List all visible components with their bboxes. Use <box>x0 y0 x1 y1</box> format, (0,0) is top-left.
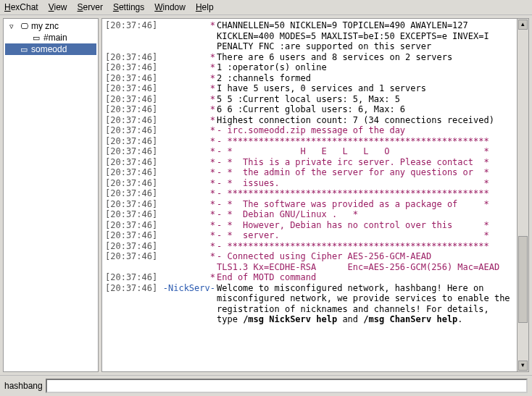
msg-text: I have 5 users, 0 services and 1 servers <box>217 83 514 94</box>
nick-label[interactable]: hashbang <box>4 381 43 391</box>
chat-line: [20:37:46]*End of MOTD command <box>105 272 514 283</box>
msg-marker: * <box>159 220 217 231</box>
msg-text: Welcome to misconfigured network, hashba… <box>217 283 514 325</box>
chat-line: [20:37:46]*- * The software was provided… <box>105 199 514 210</box>
input-bar: hashbang <box>0 375 532 395</box>
chat-line: [20:37:46]*- ***************************… <box>105 188 514 199</box>
msg-marker: * <box>159 241 217 252</box>
timestamp: [20:37:46] <box>105 188 159 199</box>
msg-marker: * <box>159 20 217 52</box>
chat-line: [20:37:46]*- * server. * <box>105 230 514 241</box>
chat-line: [20:37:46]*1 :operator(s) online <box>105 62 514 73</box>
chat-line: [20:37:46]*- * issues. * <box>105 178 514 189</box>
scroll-up-button[interactable]: ▴ <box>518 20 528 30</box>
msg-marker: * <box>159 83 217 94</box>
server-tree[interactable]: ▿ 🖵 my znc ▭ #main ▭ someodd <box>3 18 99 372</box>
msg-text: Highest connection count: 7 (34 connecti… <box>217 115 514 126</box>
timestamp: [20:37:46] <box>105 220 159 231</box>
menu-window[interactable]: Window <box>154 2 186 12</box>
scroll-down-button[interactable]: ▾ <box>518 361 528 371</box>
msg-marker: * <box>159 146 217 157</box>
chat-line: [20:37:46]*Highest connection count: 7 (… <box>105 115 514 126</box>
message-input[interactable] <box>46 379 528 393</box>
tree-channel[interactable]: ▭ #main <box>5 32 96 43</box>
chat-wrap: [20:37:46]*CHANNELLEN=50 NICKLEN=9 TOPIC… <box>101 18 529 372</box>
msg-text: - * H E L L O * <box>217 146 514 157</box>
chat-buffer[interactable]: [20:37:46]*CHANNELLEN=50 NICKLEN=9 TOPIC… <box>101 18 518 372</box>
msg-text: 2 :channels formed <box>217 73 514 84</box>
msg-marker: * <box>159 157 217 168</box>
chat-line: [20:37:46]*I have 5 users, 0 services an… <box>105 83 514 94</box>
vertical-scrollbar[interactable]: ▴ ▾ <box>518 18 529 372</box>
tree-query-selected[interactable]: ▭ someodd <box>5 43 96 55</box>
timestamp: [20:37:46] <box>105 125 159 136</box>
timestamp: [20:37:46] <box>105 73 159 84</box>
msg-text: End of MOTD command <box>217 272 514 283</box>
msg-text: CHANNELLEN=50 NICKLEN=9 TOPICLEN=490 AWA… <box>217 20 514 52</box>
timestamp: [20:37:46] <box>105 167 159 178</box>
msg-text: - * server. * <box>217 230 514 241</box>
msg-marker: * <box>159 251 217 272</box>
chat-line: [20:37:46]*2 :channels formed <box>105 73 514 84</box>
menu-help[interactable]: Help <box>196 2 214 12</box>
timestamp: [20:37:46] <box>105 94 159 105</box>
scroll-thumb[interactable] <box>518 236 528 323</box>
msg-marker: * <box>159 230 217 241</box>
timestamp: [20:37:46] <box>105 62 159 73</box>
timestamp: [20:37:46] <box>105 178 159 189</box>
msg-text: - irc.someodd.zip message of the day <box>217 125 514 136</box>
msg-text: - * the admin of the server for any ques… <box>217 167 514 178</box>
collapse-icon: ▿ <box>7 22 17 31</box>
timestamp: [20:37:46] <box>105 52 159 63</box>
msg-text: - * However, Debian has no control over … <box>217 220 514 231</box>
msg-marker: * <box>159 125 217 136</box>
timestamp: [20:37:46] <box>105 83 159 94</box>
chat-line: [20:37:46]*- Connected using Cipher AES-… <box>105 251 514 272</box>
tree-server[interactable]: ▿ 🖵 my znc <box>5 20 96 32</box>
msg-text: - **************************************… <box>217 241 514 252</box>
msg-marker: * <box>159 62 217 73</box>
menu-settings[interactable]: Settings <box>113 2 144 12</box>
msg-marker: * <box>159 167 217 178</box>
chat-line: [20:37:46]*5 5 :Current local users: 5, … <box>105 94 514 105</box>
msg-text: - * This is a private irc server. Please… <box>217 157 514 168</box>
timestamp: [20:37:46] <box>105 104 159 115</box>
msg-marker: -NickServ- <box>159 283 217 325</box>
msg-text: There are 6 users and 8 services on 2 se… <box>217 52 514 63</box>
msg-text: 1 :operator(s) online <box>217 62 514 73</box>
chat-line: [20:37:46]*6 6 :Current global users: 6,… <box>105 104 514 115</box>
menubar: HexChatViewServerSettingsWindowHelp <box>0 0 532 15</box>
menu-server[interactable]: Server <box>78 2 103 12</box>
timestamp: [20:37:46] <box>105 251 159 272</box>
chat-line: [20:37:46]*- ***************************… <box>105 241 514 252</box>
timestamp: [20:37:46] <box>105 115 159 126</box>
msg-text: - * issues. * <box>217 178 514 189</box>
menu-hexchat[interactable]: HexChat <box>4 2 38 12</box>
tree-server-label: my znc <box>31 21 59 31</box>
tree-query-label: someodd <box>31 44 67 54</box>
timestamp: [20:37:46] <box>105 230 159 241</box>
channel-icon: ▭ <box>31 33 41 43</box>
msg-marker: * <box>159 94 217 105</box>
chat-line: [20:37:46]*- irc.someodd.zip message of … <box>105 125 514 136</box>
timestamp: [20:37:46] <box>105 209 159 220</box>
chat-line: [20:37:46]*- * Debian GNU/Linux . * <box>105 209 514 220</box>
chat-line: [20:37:46]*- ***************************… <box>105 136 514 147</box>
msg-marker: * <box>159 136 217 147</box>
main-area: ▿ 🖵 my znc ▭ #main ▭ someodd [20:37:46]*… <box>0 15 532 375</box>
timestamp: [20:37:46] <box>105 272 159 283</box>
msg-marker: * <box>159 104 217 115</box>
timestamp: [20:37:46] <box>105 157 159 168</box>
msg-marker: * <box>159 188 217 199</box>
msg-marker: * <box>159 272 217 283</box>
chat-line: [20:37:46]*CHANNELLEN=50 NICKLEN=9 TOPIC… <box>105 20 514 52</box>
timestamp: [20:37:46] <box>105 146 159 157</box>
msg-text: 5 5 :Current local users: 5, Max: 5 <box>217 94 514 105</box>
timestamp: [20:37:46] <box>105 20 159 52</box>
timestamp: [20:37:46] <box>105 136 159 147</box>
menu-view[interactable]: View <box>49 2 67 12</box>
msg-text: - **************************************… <box>217 136 514 147</box>
server-icon: 🖵 <box>19 22 29 30</box>
chat-line: [20:37:46]*- * However, Debian has no co… <box>105 220 514 231</box>
timestamp: [20:37:46] <box>105 241 159 252</box>
